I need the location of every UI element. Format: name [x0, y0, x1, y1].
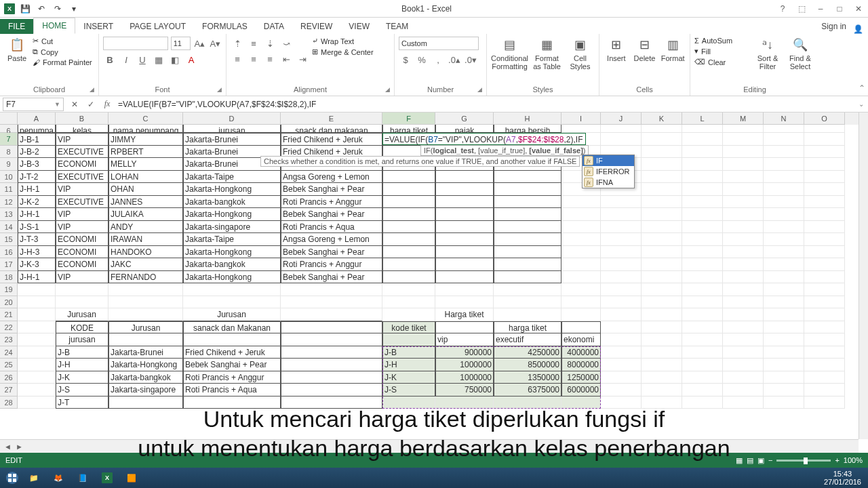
expand-formula-icon[interactable]: ⌄	[854, 100, 868, 108]
cell[interactable]	[804, 208, 845, 221]
qat-customize-icon[interactable]: ▾	[68, 3, 80, 15]
cell[interactable]	[804, 146, 845, 159]
cell[interactable]: 1250000	[561, 371, 601, 384]
cell[interactable]: harga tiket	[382, 125, 435, 133]
cancel-edit-icon[interactable]: ✕	[66, 100, 83, 109]
taskbar-explorer-icon[interactable]: 📁	[22, 469, 46, 487]
cell[interactable]: Angsa Goreng + Lemon	[281, 233, 382, 246]
cell[interactable]	[642, 271, 682, 284]
merge-center-button[interactable]: ⊞Merge & Center	[312, 47, 374, 56]
cell[interactable]: harga bersih	[494, 125, 561, 133]
row-header[interactable]: 27	[0, 384, 18, 396]
cell[interactable]	[601, 371, 642, 384]
zoom-slider[interactable]	[776, 460, 831, 462]
qat-redo[interactable]: ↷	[52, 3, 64, 15]
cell[interactable]	[183, 333, 281, 346]
cell[interactable]	[561, 208, 601, 221]
cell[interactable]	[723, 146, 764, 159]
cell[interactable]	[804, 221, 845, 234]
cell[interactable]: LOHAN	[108, 171, 183, 184]
cell[interactable]: J-T-3	[18, 233, 56, 246]
cell[interactable]	[494, 171, 561, 184]
cell[interactable]	[642, 283, 682, 296]
cell[interactable]: 900000	[435, 346, 494, 359]
find-select-button[interactable]: 🔍Find & Select	[785, 37, 815, 85]
cell[interactable]	[804, 346, 845, 359]
row-header[interactable]: 19	[0, 283, 18, 296]
cell[interactable]	[642, 171, 682, 184]
cell[interactable]	[601, 396, 642, 409]
cell[interactable]	[108, 296, 183, 309]
cell[interactable]	[601, 296, 642, 309]
tab-data[interactable]: DATA	[256, 19, 292, 34]
border-button[interactable]: ▦	[152, 53, 165, 66]
cell[interactable]	[435, 271, 494, 284]
cell[interactable]: J-H	[56, 359, 108, 371]
underline-button[interactable]: U	[136, 53, 149, 66]
cell[interactable]	[56, 283, 108, 296]
cell[interactable]: VIP	[56, 133, 108, 146]
cell[interactable]: penumpa	[18, 125, 56, 133]
copy-button[interactable]: ⧉Copy	[33, 47, 92, 56]
cell[interactable]	[281, 333, 382, 346]
cell[interactable]	[723, 125, 764, 133]
cell[interactable]	[382, 296, 435, 309]
cell[interactable]	[804, 321, 845, 334]
cell[interactable]	[723, 221, 764, 234]
row-header[interactable]: 24	[0, 346, 18, 359]
zoom-out-icon[interactable]: −	[768, 456, 772, 464]
cell[interactable]	[764, 158, 804, 171]
cell[interactable]	[108, 396, 183, 409]
cell[interactable]	[723, 133, 764, 146]
cell[interactable]	[682, 396, 723, 409]
indent-dec-icon[interactable]: ⇤	[279, 52, 293, 66]
row-header[interactable]: 8	[0, 146, 18, 159]
cell[interactable]: 1350000	[494, 371, 561, 384]
cell[interactable]: Jakarta-Hongkong	[183, 183, 281, 196]
cell[interactable]	[764, 396, 804, 409]
cell[interactable]	[642, 296, 682, 309]
cell[interactable]	[764, 133, 804, 146]
cell[interactable]: HANDOKO	[108, 246, 183, 259]
cell[interactable]: Bebek Sanghai + Pear	[281, 208, 382, 221]
cell[interactable]	[804, 183, 845, 196]
col-K[interactable]: K	[642, 113, 682, 125]
tab-team[interactable]: TEAM	[378, 19, 416, 34]
tab-formulas[interactable]: FORMULAS	[194, 19, 256, 34]
col-M[interactable]: M	[723, 113, 764, 125]
cell[interactable]	[723, 371, 764, 384]
cell[interactable]	[435, 296, 494, 309]
cell[interactable]	[642, 321, 682, 334]
help-button[interactable]: ?	[773, 1, 792, 16]
collapse-ribbon-icon[interactable]: ⌃	[859, 83, 865, 93]
cell[interactable]	[601, 384, 642, 396]
dialog-launcher-icon[interactable]: ◢	[385, 86, 390, 93]
cell[interactable]	[764, 208, 804, 221]
row-header[interactable]: 9	[0, 158, 18, 171]
cell[interactable]: 1000000	[435, 371, 494, 384]
cell[interactable]	[723, 246, 764, 259]
cell[interactable]	[804, 196, 845, 209]
cell[interactable]: Bebek Sanghai + Pear	[183, 359, 281, 371]
cell[interactable]	[435, 208, 494, 221]
cell[interactable]: J-B-2	[18, 146, 56, 159]
select-all-corner[interactable]	[0, 113, 18, 125]
cell[interactable]: Jakarta-bangkok	[183, 258, 281, 271]
cell[interactable]	[601, 271, 642, 284]
cell[interactable]	[682, 321, 723, 334]
cell[interactable]	[682, 258, 723, 271]
cell[interactable]: harga tiket	[494, 321, 561, 334]
autosum-button[interactable]: ΣAutoSum	[694, 37, 750, 45]
cell[interactable]: 750000	[435, 384, 494, 396]
dialog-launcher-icon[interactable]: ◢	[90, 86, 94, 93]
cell[interactable]	[183, 296, 281, 309]
cell[interactable]: ECONOMI	[56, 233, 108, 246]
cell[interactable]	[382, 171, 435, 184]
cell[interactable]: Jakarta-bangkok	[108, 371, 183, 384]
autocomplete-item[interactable]: fxIF	[583, 155, 634, 166]
tab-file[interactable]: FILE	[0, 19, 33, 34]
cell[interactable]: kelas	[56, 125, 108, 133]
comma-icon[interactable]: ,	[431, 53, 445, 66]
percent-icon[interactable]: %	[415, 53, 429, 66]
cell-styles-button[interactable]: ▣Cell Styles	[566, 37, 595, 85]
